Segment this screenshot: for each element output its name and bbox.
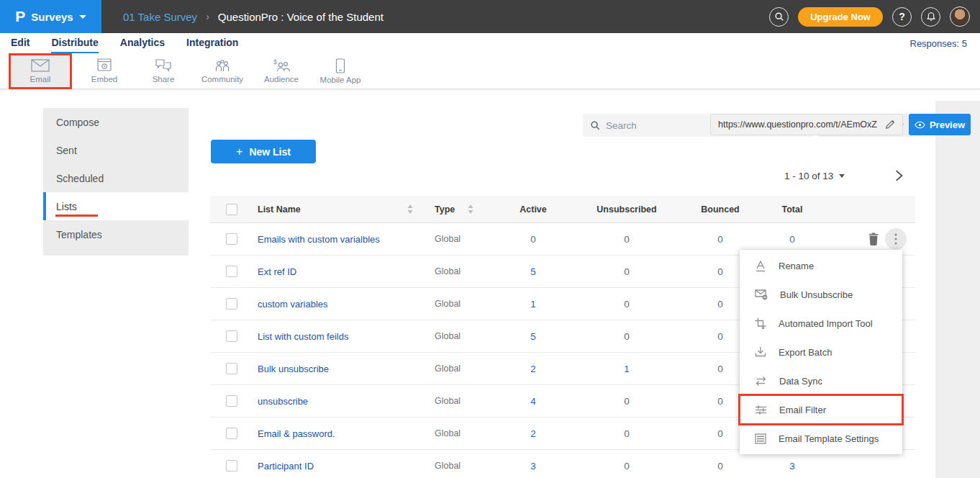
share-icon (155, 58, 172, 73)
list-type: Global (422, 266, 494, 276)
channel-mobile-app[interactable]: Mobile App (311, 55, 370, 87)
sidebar-item-label: Compose (56, 117, 99, 128)
active-count[interactable]: 5 (494, 266, 573, 277)
tab-distribute[interactable]: Distribute (51, 33, 98, 53)
active-count[interactable]: 4 (494, 396, 573, 407)
embed-icon (96, 58, 112, 73)
bounced-count[interactable]: 0 (681, 461, 760, 472)
rename-icon (755, 260, 766, 272)
list-name-link[interactable]: unsubscribe (242, 396, 422, 407)
channel-email[interactable]: Email (11, 55, 70, 87)
eye-icon (915, 121, 925, 129)
breadcrumb-folder[interactable]: 01 Take Survey (123, 11, 197, 23)
product-switcher[interactable]: P Surveys (0, 0, 101, 33)
upgrade-now-button[interactable]: Upgrade Now (798, 7, 883, 27)
responses-count[interactable]: Responses: 5 (910, 38, 980, 49)
menu-item-rename[interactable]: Rename (740, 251, 902, 280)
active-count[interactable]: 0 (494, 234, 573, 245)
menu-item-bulk-unsubscribe[interactable]: Bulk Unsubscribe (740, 280, 902, 309)
row-checkbox[interactable] (226, 330, 237, 342)
tab-analytics[interactable]: Analytics (120, 33, 165, 53)
channel-embed[interactable]: Embed (75, 55, 134, 87)
main-content: Compose Sent Scheduled Lists Templates A… (0, 89, 980, 478)
channel-audience[interactable]: $ Audience (252, 55, 311, 87)
total-count[interactable]: 0 (760, 234, 825, 245)
edit-url-button[interactable] (884, 118, 897, 131)
sort-icon[interactable] (407, 204, 413, 214)
row-checkbox[interactable] (226, 363, 237, 374)
sidebar-item-lists[interactable]: Lists (43, 192, 189, 220)
total-count[interactable]: 3 (760, 461, 825, 472)
menu-item-email-filter[interactable]: Email Filter (740, 395, 902, 424)
preview-button[interactable]: Preview (909, 114, 971, 135)
unsubscribed-count[interactable]: 0 (573, 331, 681, 342)
column-header-unsubscribed: Unsubscribed (573, 204, 681, 215)
active-count[interactable]: 3 (494, 461, 573, 472)
menu-item-data-sync[interactable]: Data Sync (740, 366, 902, 395)
unsubscribed-count[interactable]: 0 (573, 299, 681, 310)
unsubscribed-count[interactable]: 0 (573, 396, 681, 407)
audience-icon: $ (272, 58, 291, 73)
distribute-channel-bar: Email Embed Share Community $ Audience (0, 53, 980, 89)
survey-tabs: Edit Distribute Analytics Integration (0, 33, 238, 53)
sidebar-item-scheduled[interactable]: Scheduled (43, 164, 189, 192)
menu-item-email-template-settings[interactable]: Email Template Settings (740, 424, 902, 453)
user-avatar[interactable] (950, 6, 970, 27)
column-header-list-name[interactable]: List Name (258, 204, 301, 215)
kebab-menu-icon (894, 233, 897, 245)
notifications-button[interactable] (921, 7, 940, 27)
list-name-link[interactable]: Email & password. (242, 428, 422, 439)
row-checkbox[interactable] (226, 460, 237, 472)
menu-item-label: Rename (779, 261, 814, 271)
menu-item-export-batch[interactable]: Export Batch (740, 338, 902, 366)
row-checkbox[interactable] (226, 233, 237, 245)
menu-item-automated-import-tool[interactable]: Automated Import Tool (740, 309, 902, 338)
active-count[interactable]: 2 (494, 428, 573, 439)
unsubscribed-count[interactable]: 0 (573, 266, 681, 277)
column-header-type[interactable]: Type (435, 204, 455, 215)
sidebar-item-compose[interactable]: Compose (43, 108, 189, 136)
active-count[interactable]: 1 (494, 299, 573, 310)
sort-icon[interactable] (468, 204, 473, 214)
annotation-box-email: Email (9, 53, 72, 89)
unsubscribed-count[interactable]: 0 (573, 428, 681, 439)
survey-nav: Edit Distribute Analytics Integration Re… (0, 33, 980, 53)
search-icon (590, 120, 600, 130)
page-size-caret-icon[interactable] (839, 174, 845, 178)
search-button[interactable] (769, 7, 789, 27)
bounced-count[interactable]: 0 (681, 234, 760, 245)
menu-item-label: Email Template Settings (779, 433, 879, 444)
row-checkbox[interactable] (226, 395, 237, 407)
channel-community[interactable]: Community (193, 55, 252, 87)
row-checkbox[interactable] (226, 428, 237, 439)
pencil-icon (885, 120, 895, 130)
tab-integration[interactable]: Integration (186, 33, 238, 53)
list-name-link[interactable]: Participant ID (242, 461, 422, 472)
delete-list-button[interactable] (866, 231, 881, 247)
sidebar-item-sent[interactable]: Sent (43, 136, 189, 164)
select-all-checkbox[interactable] (226, 204, 237, 215)
unsubscribed-count[interactable]: 0 (573, 234, 681, 245)
unsubscribed-count[interactable]: 1 (573, 364, 681, 374)
active-count[interactable]: 5 (494, 331, 573, 342)
row-checkbox[interactable] (226, 266, 237, 277)
unsubscribed-count[interactable]: 0 (573, 461, 681, 472)
sidebar-item-templates[interactable]: Templates (43, 220, 189, 248)
row-checkbox[interactable] (226, 298, 237, 310)
row-menu-button[interactable] (885, 228, 907, 250)
channel-share[interactable]: Share (134, 55, 193, 87)
tab-edit[interactable]: Edit (11, 33, 30, 53)
active-count[interactable]: 2 (494, 364, 573, 374)
list-name-link[interactable]: Ext ref ID (242, 266, 422, 277)
list-name-link[interactable]: custom variables (242, 299, 422, 310)
sidebar-item-label: Scheduled (56, 173, 104, 184)
list-name-link[interactable]: Emails with custom varialbles (242, 234, 422, 245)
new-list-button[interactable]: + New List (211, 140, 316, 163)
list-name-link[interactable]: Bulk unsubscribe (242, 364, 422, 374)
list-name-link[interactable]: List with custom feilds (242, 331, 422, 342)
survey-url-input[interactable] (718, 120, 884, 130)
sidebar-item-label: Sent (56, 145, 77, 156)
community-icon (214, 58, 231, 73)
next-page-button[interactable] (894, 169, 904, 182)
help-button[interactable]: ? (892, 7, 912, 27)
